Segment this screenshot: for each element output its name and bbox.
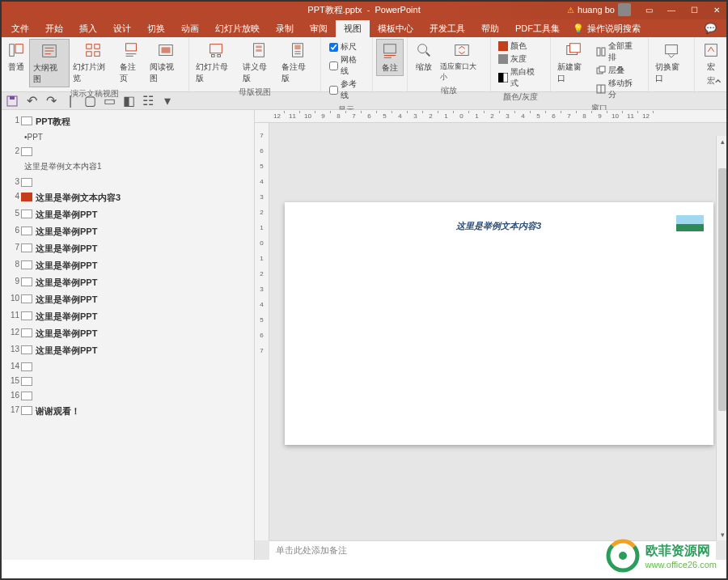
ribbon: 普通 大纲视图 幻灯片浏览 备注页 阅读视图 演示文稿视图 幻灯片母版 讲义母版… — [0, 37, 728, 92]
qat-btn[interactable]: ☷ — [141, 94, 155, 108]
outline-item-15[interactable]: 15 — [0, 374, 254, 388]
svg-rect-20 — [256, 49, 261, 52]
minimize-button[interactable]: — — [660, 0, 683, 19]
outline-item-10[interactable]: 10这里是举例PPT — [0, 291, 254, 308]
menu-审阅[interactable]: 审阅 — [302, 20, 336, 37]
menu-视图[interactable]: 视图 — [336, 20, 370, 37]
scroll-up-icon[interactable]: ▴ — [717, 136, 728, 147]
color-mode-button[interactable]: 颜色 — [497, 40, 544, 53]
lightbulb-icon: 💡 — [573, 23, 584, 34]
menu-模板中心[interactable]: 模板中心 — [370, 20, 421, 37]
ribbon-group-color: 颜色 灰度 黑白模式 颜色/灰度 — [491, 37, 551, 91]
outline-item-13[interactable]: 13这里是举例PPT — [0, 342, 254, 359]
ribbon-display-options[interactable]: ▭ — [637, 0, 660, 19]
cascade-button[interactable]: 层叠 — [595, 64, 642, 77]
menu-文件[interactable]: 文件 — [3, 20, 37, 37]
new-window-button[interactable]: 新建窗口 — [554, 39, 593, 102]
fit-window-button[interactable]: 适应窗口大小 — [437, 39, 487, 84]
watermark-url: www.office26.com — [645, 560, 717, 569]
vertical-ruler: 765432101234567 — [255, 123, 269, 540]
blackwhite-button[interactable]: 黑白模式 — [497, 66, 544, 90]
outline-item-16[interactable]: 16 — [0, 388, 254, 403]
slide[interactable]: 这里是举例文本内容3 — [285, 202, 713, 445]
check-标尺[interactable]: 标尺 — [329, 40, 365, 53]
outline-sub-2[interactable]: 这里是举例文本内容1 — [0, 159, 254, 175]
switch-window-button[interactable]: 切换窗口 — [652, 39, 691, 86]
group-label: 演示文稿视图 — [70, 87, 119, 100]
outline-item-14[interactable]: 14 — [0, 359, 254, 374]
svg-rect-25 — [384, 44, 396, 53]
menu-动画[interactable]: 动画 — [173, 20, 207, 37]
outline-sub-1[interactable]: •PPT — [0, 130, 254, 144]
slide-title[interactable]: 这里是举例文本内容3 — [456, 220, 541, 232]
ribbon-group-window: 新建窗口 全部重排 层叠 移动拆分 窗口 — [551, 37, 650, 91]
scroll-thumb[interactable] — [718, 168, 726, 411]
outline-view-button[interactable]: 大纲视图 — [29, 39, 70, 87]
outline-item-3[interactable]: 3 — [0, 175, 254, 189]
vertical-scrollbar[interactable]: ▴ ▾ — [716, 136, 728, 540]
svg-rect-36 — [569, 44, 580, 53]
menu-帮助[interactable]: 帮助 — [473, 20, 507, 37]
svg-rect-33 — [498, 73, 503, 83]
svg-rect-40 — [599, 66, 605, 72]
outline-item-8[interactable]: 8这里是举例PPT — [0, 257, 254, 274]
outline-item-17[interactable]: 17谢谢观看！ — [0, 403, 254, 420]
undo-button[interactable]: ↶ — [24, 94, 39, 108]
maximize-button[interactable]: ☐ — [683, 0, 705, 19]
menu-幻灯片放映[interactable]: 幻灯片放映 — [207, 20, 268, 37]
outline-pane[interactable]: 1PPT教程•PPT2这里是举例文本内容134这里是举例文本内容35这里是举例P… — [0, 110, 255, 560]
outline-item-2[interactable]: 2 — [0, 144, 254, 159]
grayscale-button[interactable]: 灰度 — [497, 53, 544, 66]
menu-PDF工具集[interactable]: PDF工具集 — [507, 20, 568, 37]
outline-item-12[interactable]: 12这里是举例PPT — [0, 325, 254, 342]
outline-item-7[interactable]: 7这里是举例PPT — [0, 240, 254, 257]
slide-sorter-button[interactable]: 幻灯片浏览 — [70, 39, 116, 87]
check-参考线[interactable]: 参考线 — [329, 78, 365, 102]
redo-button[interactable]: ↷ — [44, 94, 58, 108]
menu-切换[interactable]: 切换 — [139, 20, 173, 37]
outline-item-6[interactable]: 6这里是举例PPT — [0, 223, 254, 240]
menu-录制[interactable]: 录制 — [268, 20, 302, 37]
horizontal-ruler: 1211109876543210123456789101112 — [255, 110, 728, 123]
share-button[interactable]: 💬 — [696, 23, 725, 34]
collapse-ribbon-button[interactable]: ⌃ — [712, 78, 723, 90]
arrange-all-button[interactable]: 全部重排 — [595, 40, 642, 64]
warning-icon: ⚠ — [567, 6, 574, 15]
zoom-button[interactable]: 缩放 — [411, 39, 437, 84]
svg-rect-38 — [602, 48, 605, 56]
menu-插入[interactable]: 插入 — [71, 20, 105, 37]
svg-rect-44 — [705, 44, 717, 57]
watermark-name: 欧菲资源网 — [645, 543, 717, 560]
menu-开发工具[interactable]: 开发工具 — [421, 20, 473, 37]
svg-line-29 — [426, 53, 430, 57]
user-area[interactable]: ⚠ huang bo — [561, 3, 637, 16]
tell-me-search[interactable]: 💡 操作说明搜索 — [568, 23, 645, 35]
outline-item-1[interactable]: 1PPT教程 — [0, 113, 254, 130]
reading-view-button[interactable]: 阅读视图 — [146, 39, 185, 87]
handout-master-button[interactable]: 讲义母版 — [239, 39, 278, 86]
notes-master-button[interactable]: 备注母版 — [278, 39, 317, 86]
normal-view-button[interactable]: 普通 — [3, 39, 29, 87]
menu-设计[interactable]: 设计 — [105, 20, 139, 37]
outline-item-11[interactable]: 11这里是举例PPT — [0, 308, 254, 325]
slide-canvas[interactable]: 这里是举例文本内容3 — [269, 123, 728, 540]
title-text: PPT教程.pptx - PowerPoint — [307, 4, 420, 16]
scroll-down-icon[interactable]: ▾ — [717, 529, 728, 540]
notes-page-button[interactable]: 备注页 — [116, 39, 147, 87]
check-网格线[interactable]: 网格线 — [329, 53, 365, 78]
move-split-button[interactable]: 移动拆分 — [595, 77, 642, 101]
macros-button[interactable]: 宏 — [698, 39, 724, 74]
save-button[interactable] — [5, 94, 19, 108]
qat-btn[interactable]: ◧ — [121, 94, 136, 108]
outline-item-5[interactable]: 5这里是举例PPT — [0, 206, 254, 223]
slide-master-button[interactable]: 幻灯片母版 — [193, 39, 239, 86]
watermark: 欧菲资源网 www.office26.com — [605, 538, 717, 574]
slide-image[interactable] — [676, 215, 704, 231]
menu-开始[interactable]: 开始 — [37, 20, 71, 37]
outline-item-9[interactable]: 9这里是举例PPT — [0, 274, 254, 291]
outline-item-4[interactable]: 4这里是举例文本内容3 — [0, 189, 254, 206]
notes-toggle-button[interactable]: 备注 — [376, 39, 404, 76]
close-button[interactable]: ✕ — [705, 0, 728, 19]
menubar: 文件开始插入设计切换动画幻灯片放映录制审阅视图模板中心开发工具帮助PDF工具集 … — [0, 19, 728, 37]
qat-more[interactable]: ▾ — [160, 94, 175, 108]
